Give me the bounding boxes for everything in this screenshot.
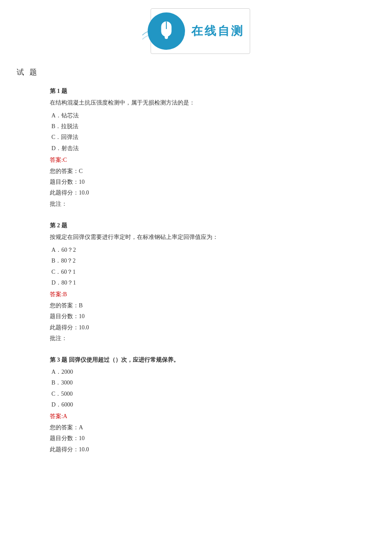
option-1d: D．射击法 (51, 144, 367, 153)
option-1b: B．拉脱法 (51, 122, 367, 131)
option-3b: B．3000 (51, 378, 367, 387)
question-text-1: 在结构混凝土抗压强度检测中，属于无损检测方法的是： (50, 98, 367, 107)
question-block-1: 第 1 题 在结构混凝土抗压强度检测中，属于无损检测方法的是： A．钻芯法 B．… (50, 87, 367, 209)
user-answer-3: 您的答案：A (50, 423, 367, 432)
user-answer-1: 您的答案：C (50, 167, 367, 176)
question-number-3: 第 3 题 回弹仪使用超过（）次，应进行常规保养。 (50, 355, 367, 365)
score-got-3: 此题得分：10.0 (50, 445, 367, 454)
option-2b: B．80？2 (51, 256, 367, 265)
score-total-3: 题目分数：10 (50, 434, 367, 443)
option-3d: D．6000 (51, 400, 367, 409)
option-2d: D．80？1 (51, 278, 367, 287)
question-number-2: 第 2 题 (50, 221, 367, 230)
page-title: 试 题 (17, 66, 392, 78)
score-got-1: 此题得分：10.0 (50, 188, 367, 197)
option-1a: A．钻芯法 (51, 111, 367, 120)
question-block-3: 第 3 题 回弹仪使用超过（）次，应进行常规保养。 A．2000 B．3000 … (50, 355, 367, 454)
header: 在线自测 (0, 8, 392, 54)
question-text-2: 按规定在回弹仪需要进行率定时，在标准钢砧上率定回弹值应为： (50, 233, 367, 242)
option-3c: C．5000 (51, 389, 367, 399)
mouse-icon (158, 21, 175, 41)
note-2: 批注： (50, 334, 367, 343)
score-total-1: 题目分数：10 (50, 178, 367, 187)
score-total-2: 题目分数：10 (50, 312, 367, 321)
option-1c: C．回弹法 (51, 133, 367, 142)
page-container: 在线自测 试 题 第 1 题 在结构混凝土抗压强度检测中，属于无损检测方法的是：… (0, 0, 392, 555)
question-block-2: 第 2 题 按规定在回弹仪需要进行率定时，在标准钢砧上率定回弹值应为： A．60… (50, 221, 367, 343)
answer-1: 答案:C (50, 156, 367, 165)
content-area: 第 1 题 在结构混凝土抗压强度检测中，属于无损检测方法的是： A．钻芯法 B．… (50, 87, 367, 454)
option-2c: C．60？1 (51, 268, 367, 277)
svg-rect-2 (165, 34, 168, 39)
option-2a: A．60？2 (51, 246, 367, 255)
answer-2: 答案:B (50, 290, 367, 299)
note-1: 批注： (50, 200, 367, 209)
score-got-2: 此题得分：10.0 (50, 323, 367, 332)
question-number-1: 第 1 题 (50, 87, 367, 96)
logo-circle (148, 12, 185, 50)
logo-container: 在线自测 (142, 8, 250, 54)
user-answer-2: 您的答案：B (50, 301, 367, 310)
answer-3: 答案:A (50, 412, 367, 421)
option-3a: A．2000 (51, 368, 367, 377)
